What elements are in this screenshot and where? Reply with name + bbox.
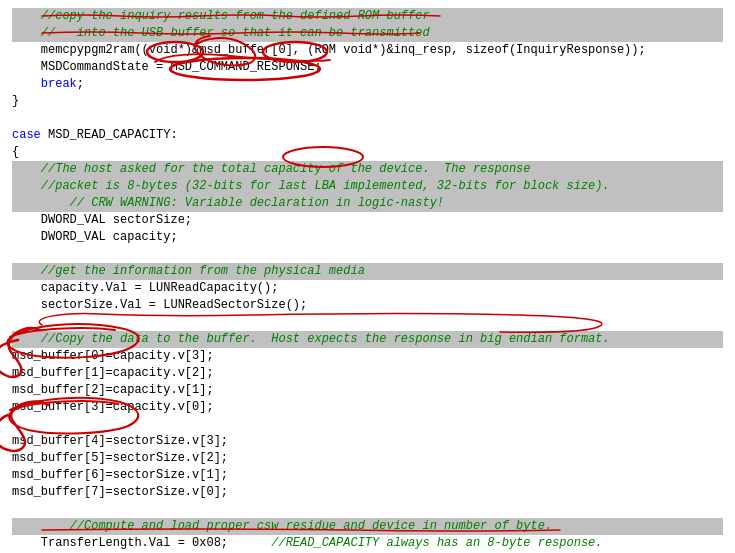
code-line-29: msd_buffer[7]=sectorSize.v[0]; <box>12 484 723 501</box>
code-line-16: //get the information from the physical … <box>12 263 723 280</box>
code-line-7 <box>12 110 723 127</box>
code-line-6: } <box>12 93 723 110</box>
code-line-3: memcpypgm2ram((void*)&msd_buffer[0], (RO… <box>12 42 723 59</box>
code-line-9: { <box>12 144 723 161</box>
code-line-12: // CRW WARNING: Variable declaration in … <box>12 195 723 212</box>
code-line-1: //copy the inquiry results from the defi… <box>12 8 723 25</box>
code-line-32: TransferLength.Val = 0x08; //READ_CAPACI… <box>12 535 723 552</box>
code-line-4: MSDCommandState = MSD_COMMAND_RESPONSE; <box>12 59 723 76</box>
code-line-15 <box>12 246 723 263</box>
code-line-8: case MSD_READ_CAPACITY: <box>12 127 723 144</box>
code-line-24: msd_buffer[3]=capacity.v[0]; <box>12 399 723 416</box>
code-line-5: break; <box>12 76 723 93</box>
code-line-13: DWORD_VAL sectorSize; <box>12 212 723 229</box>
code-line-18: sectorSize.Val = LUNReadSectorSize(); <box>12 297 723 314</box>
code-line-28: msd_buffer[6]=sectorSize.v[1]; <box>12 467 723 484</box>
code-line-19 <box>12 314 723 331</box>
code-line-31: //Compute and load proper csw residue an… <box>12 518 723 535</box>
code-line-17: capacity.Val = LUNReadCapacity(); <box>12 280 723 297</box>
code-line-30 <box>12 501 723 518</box>
code-line-23: msd_buffer[2]=capacity.v[1]; <box>12 382 723 399</box>
code-line-26: msd_buffer[4]=sectorSize.v[3]; <box>12 433 723 450</box>
code-line-14: DWORD_VAL capacity; <box>12 229 723 246</box>
code-line-10: //The host asked for the total capacity … <box>12 161 723 178</box>
code-view: //copy the inquiry results from the defi… <box>0 0 735 553</box>
code-line-25 <box>12 416 723 433</box>
code-line-27: msd_buffer[5]=sectorSize.v[2]; <box>12 450 723 467</box>
code-line-22: msd_buffer[1]=capacity.v[2]; <box>12 365 723 382</box>
code-line-21: msd_buffer[0]=capacity.v[3]; <box>12 348 723 365</box>
code-line-20: //Copy the data to the buffer. Host expe… <box>12 331 723 348</box>
code-line-11: //packet is 8-bytes (32-bits for last LB… <box>12 178 723 195</box>
code-line-2: // into the USB buffer so that it can be… <box>12 25 723 42</box>
